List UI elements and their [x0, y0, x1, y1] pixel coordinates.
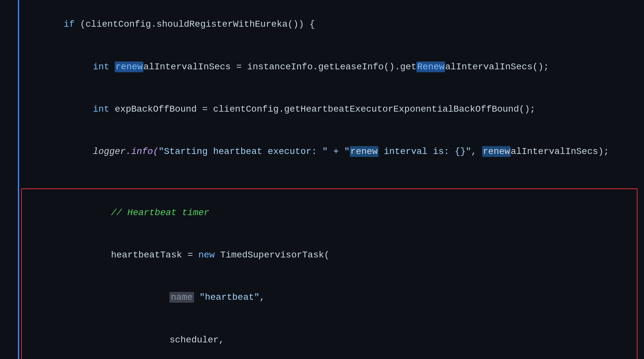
- highlight-name-param: name: [169, 292, 194, 303]
- code-line: heartbeatTask = new TimedSupervisorTask(: [22, 234, 637, 276]
- line-content: int renewalIntervalInSecs = instanceInfo…: [21, 46, 637, 88]
- empty-line: [0, 173, 644, 187]
- code-line: scheduler,: [22, 319, 637, 359]
- code-line: // Heartbeat timer: [22, 192, 637, 234]
- keyword-new: new: [198, 250, 215, 260]
- logger-var: logger: [93, 146, 126, 157]
- code-line: name "heartbeat",: [22, 276, 637, 319]
- comment-heartbeat: // Heartbeat timer: [111, 208, 209, 218]
- highlight-renew-3: renew: [350, 146, 378, 157]
- keyword-int-2: int: [93, 104, 109, 114]
- keyword-int: int: [93, 62, 109, 72]
- logger-method: .info(: [126, 146, 159, 157]
- string-val: "Starting heartbeat executor: " + ": [158, 146, 349, 157]
- line-content: logger.info("Starting heartbeat executor…: [21, 131, 637, 173]
- line-content: int expBackOffBound = clientConfig.getHe…: [21, 88, 637, 130]
- highlight-renew-4: renew: [482, 146, 511, 157]
- line-content: heartbeatTask = new TimedSupervisorTask(: [28, 234, 630, 276]
- line-content: if (clientConfig.shouldRegisterWithEurek…: [21, 3, 637, 46]
- string-heartbeat: "heartbeat": [199, 292, 259, 302]
- line-content: scheduler,: [28, 319, 630, 359]
- keyword-if: if: [64, 19, 75, 29]
- highlight-renew-2: Renew: [416, 62, 445, 72]
- code-line: int renewalIntervalInSecs = instanceInfo…: [0, 46, 644, 88]
- line-content: name "heartbeat",: [28, 276, 630, 319]
- code-line: logger.info("Starting heartbeat executor…: [0, 131, 644, 173]
- highlight-renew-1: renew: [115, 62, 143, 72]
- code-editor: if (clientConfig.shouldRegisterWithEurek…: [0, 0, 644, 359]
- code-line: if (clientConfig.shouldRegisterWithEurek…: [0, 3, 644, 46]
- line-content: // Heartbeat timer: [28, 192, 630, 234]
- red-highlight-box: // Heartbeat timer heartbeatTask = new T…: [21, 188, 637, 359]
- code-line: int expBackOffBound = clientConfig.getHe…: [0, 88, 644, 130]
